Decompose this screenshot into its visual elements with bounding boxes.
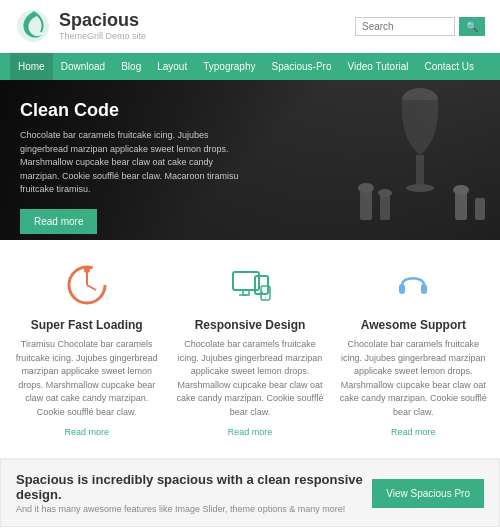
header-search: 🔍 xyxy=(355,17,485,36)
main-nav: Home Download Blog Layout Typography Spa… xyxy=(0,53,500,80)
feature-support-desc: Chocolate bar caramels fruitcake icing. … xyxy=(337,338,490,419)
nav-spacious-pro[interactable]: Spacious-Pro xyxy=(263,53,339,80)
nav-video[interactable]: Video Tutorial xyxy=(340,53,417,80)
header: Spacious ThemeGrill Demo site 🔍 xyxy=(0,0,500,53)
cta-banner: Spacious is incredibly spacious with a c… xyxy=(0,459,500,527)
nav-blog[interactable]: Blog xyxy=(113,53,149,80)
feature-support-icon xyxy=(388,260,438,310)
feature-responsive: Responsive Design Chocolate bar caramels… xyxy=(173,260,326,438)
svg-line-14 xyxy=(87,285,96,290)
nav-layout[interactable]: Layout xyxy=(149,53,195,80)
site-subtitle: ThemeGrill Demo site xyxy=(59,31,146,41)
feature-responsive-icon xyxy=(225,260,275,310)
feature-support-title: Awesome Support xyxy=(337,318,490,332)
cta-text: Spacious is incredibly spacious with a c… xyxy=(16,472,372,514)
cta-button[interactable]: View Spacious Pro xyxy=(372,479,484,508)
site-title: Spacious xyxy=(59,11,146,31)
svg-rect-22 xyxy=(399,284,405,294)
search-input[interactable] xyxy=(355,17,455,36)
nav-typography[interactable]: Typography xyxy=(195,53,263,80)
feature-loading-title: Super Fast Loading xyxy=(10,318,163,332)
search-button[interactable]: 🔍 xyxy=(459,17,485,36)
hero-description: Chocolate bar caramels fruitcake icing. … xyxy=(20,129,240,197)
nav-download[interactable]: Download xyxy=(53,53,113,80)
svg-rect-23 xyxy=(421,284,427,294)
nav-contact[interactable]: Contact Us xyxy=(416,53,481,80)
logo-text: Spacious ThemeGrill Demo site xyxy=(59,11,146,41)
feature-loading-link[interactable]: Read more xyxy=(64,427,109,437)
nav-home[interactable]: Home xyxy=(10,53,53,80)
hero-title: Clean Code xyxy=(20,100,240,121)
cta-subtitle: And it has many awesome features like Im… xyxy=(16,504,372,514)
feature-responsive-link[interactable]: Read more xyxy=(228,427,273,437)
feature-support-link[interactable]: Read more xyxy=(391,427,436,437)
cta-title: Spacious is incredibly spacious with a c… xyxy=(16,472,372,502)
feature-responsive-title: Responsive Design xyxy=(173,318,326,332)
feature-loading-desc: Tiramisu Chocolate bar caramels fruitcak… xyxy=(10,338,163,419)
feature-responsive-desc: Chocolate bar caramels fruitcake icing. … xyxy=(173,338,326,419)
feature-loading: Super Fast Loading Tiramisu Chocolate ba… xyxy=(10,260,163,438)
features-section: Super Fast Loading Tiramisu Chocolate ba… xyxy=(0,240,500,459)
logo-area: Spacious ThemeGrill Demo site xyxy=(15,8,146,44)
feature-loading-icon xyxy=(62,260,112,310)
hero-readmore-button[interactable]: Read more xyxy=(20,209,97,234)
hero-content: Clean Code Chocolate bar caramels fruitc… xyxy=(20,100,240,234)
hero-section: Clean Code Chocolate bar caramels fruitc… xyxy=(0,80,500,240)
feature-support: Awesome Support Chocolate bar caramels f… xyxy=(337,260,490,438)
logo-icon xyxy=(15,8,51,44)
